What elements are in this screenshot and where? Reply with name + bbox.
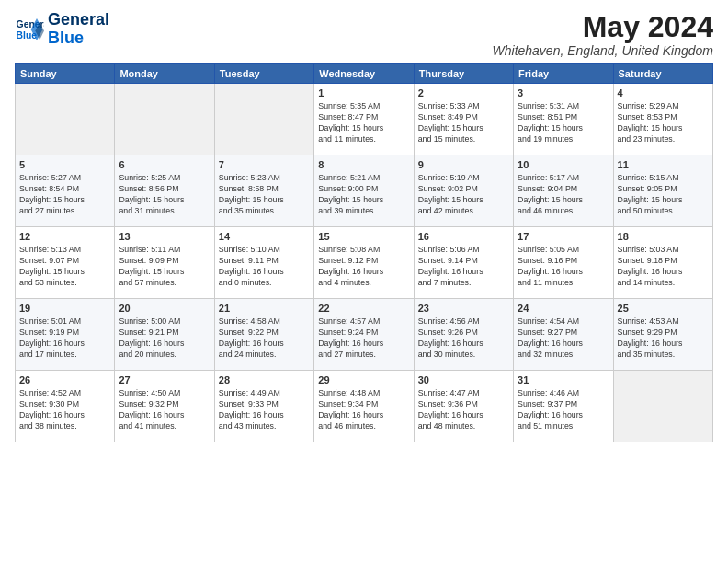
day-number: 20 bbox=[119, 302, 210, 316]
calendar-cell bbox=[115, 84, 214, 155]
day-number: 5 bbox=[19, 158, 110, 172]
day-number: 10 bbox=[518, 158, 609, 172]
day-number: 9 bbox=[418, 158, 509, 172]
day-number: 18 bbox=[618, 230, 709, 244]
day-info: Sunrise: 5:00 AM Sunset: 9:21 PM Dayligh… bbox=[119, 316, 210, 361]
day-number: 27 bbox=[119, 373, 210, 387]
calendar-cell: 14Sunrise: 5:10 AM Sunset: 9:11 PM Dayli… bbox=[214, 227, 313, 299]
col-header-monday: Monday bbox=[115, 64, 214, 84]
day-number: 17 bbox=[518, 230, 609, 244]
day-info: Sunrise: 4:52 AM Sunset: 9:30 PM Dayligh… bbox=[19, 388, 110, 432]
calendar-cell: 25Sunrise: 4:53 AM Sunset: 9:29 PM Dayli… bbox=[613, 299, 712, 371]
day-info: Sunrise: 5:17 AM Sunset: 9:04 PM Dayligh… bbox=[518, 173, 609, 217]
calendar-cell: 10Sunrise: 5:17 AM Sunset: 9:04 PM Dayli… bbox=[514, 155, 613, 227]
calendar-cell: 20Sunrise: 5:00 AM Sunset: 9:21 PM Dayli… bbox=[115, 299, 214, 371]
calendar-cell: 24Sunrise: 4:54 AM Sunset: 9:27 PM Dayli… bbox=[514, 299, 613, 371]
logo-icon: General Blue bbox=[15, 15, 44, 44]
day-number: 24 bbox=[518, 302, 609, 316]
calendar-cell: 27Sunrise: 4:50 AM Sunset: 9:32 PM Dayli… bbox=[115, 371, 214, 442]
page: General Blue General Blue May 2024 White… bbox=[0, 0, 728, 563]
day-number: 31 bbox=[518, 373, 609, 387]
day-info: Sunrise: 5:15 AM Sunset: 9:05 PM Dayligh… bbox=[618, 173, 709, 217]
calendar-cell: 13Sunrise: 5:11 AM Sunset: 9:09 PM Dayli… bbox=[115, 227, 214, 299]
calendar-header-row: SundayMondayTuesdayWednesdayThursdayFrid… bbox=[16, 64, 713, 84]
day-info: Sunrise: 5:03 AM Sunset: 9:18 PM Dayligh… bbox=[618, 245, 709, 289]
calendar-cell: 4Sunrise: 5:29 AM Sunset: 8:53 PM Daylig… bbox=[613, 84, 712, 155]
week-row-2: 5Sunrise: 5:27 AM Sunset: 8:54 PM Daylig… bbox=[16, 155, 713, 227]
day-number: 26 bbox=[19, 373, 110, 387]
calendar-cell: 7Sunrise: 5:23 AM Sunset: 8:58 PM Daylig… bbox=[214, 155, 313, 227]
day-info: Sunrise: 4:58 AM Sunset: 9:22 PM Dayligh… bbox=[219, 316, 310, 361]
day-info: Sunrise: 5:11 AM Sunset: 9:09 PM Dayligh… bbox=[119, 245, 210, 289]
calendar-cell: 1Sunrise: 5:35 AM Sunset: 8:47 PM Daylig… bbox=[314, 84, 414, 155]
day-info: Sunrise: 5:21 AM Sunset: 9:00 PM Dayligh… bbox=[318, 173, 409, 217]
calendar-cell: 18Sunrise: 5:03 AM Sunset: 9:18 PM Dayli… bbox=[613, 227, 712, 299]
day-info: Sunrise: 4:56 AM Sunset: 9:26 PM Dayligh… bbox=[418, 316, 509, 361]
day-info: Sunrise: 5:23 AM Sunset: 8:58 PM Dayligh… bbox=[219, 173, 310, 217]
day-number: 1 bbox=[318, 86, 409, 100]
week-row-5: 26Sunrise: 4:52 AM Sunset: 9:30 PM Dayli… bbox=[16, 371, 713, 442]
day-number: 25 bbox=[618, 302, 709, 316]
day-number: 12 bbox=[19, 230, 110, 244]
day-info: Sunrise: 4:54 AM Sunset: 9:27 PM Dayligh… bbox=[518, 316, 609, 361]
calendar-cell: 5Sunrise: 5:27 AM Sunset: 8:54 PM Daylig… bbox=[16, 155, 115, 227]
day-number: 6 bbox=[119, 158, 210, 172]
calendar-cell bbox=[214, 84, 313, 155]
day-number: 2 bbox=[418, 86, 509, 100]
day-number: 11 bbox=[618, 158, 709, 172]
day-info: Sunrise: 5:05 AM Sunset: 9:16 PM Dayligh… bbox=[518, 245, 609, 289]
day-number: 4 bbox=[618, 86, 709, 100]
day-info: Sunrise: 4:49 AM Sunset: 9:33 PM Dayligh… bbox=[219, 388, 310, 432]
calendar-cell: 28Sunrise: 4:49 AM Sunset: 9:33 PM Dayli… bbox=[214, 371, 313, 442]
calendar-cell: 21Sunrise: 4:58 AM Sunset: 9:22 PM Dayli… bbox=[214, 299, 313, 371]
day-info: Sunrise: 5:06 AM Sunset: 9:14 PM Dayligh… bbox=[418, 245, 509, 289]
logo-text: General Blue bbox=[48, 11, 109, 48]
calendar-cell: 3Sunrise: 5:31 AM Sunset: 8:51 PM Daylig… bbox=[514, 84, 613, 155]
calendar-cell: 8Sunrise: 5:21 AM Sunset: 9:00 PM Daylig… bbox=[314, 155, 414, 227]
calendar-cell bbox=[613, 371, 712, 442]
calendar-cell: 31Sunrise: 4:46 AM Sunset: 9:37 PM Dayli… bbox=[514, 371, 613, 442]
day-info: Sunrise: 5:31 AM Sunset: 8:51 PM Dayligh… bbox=[518, 101, 609, 145]
day-info: Sunrise: 5:10 AM Sunset: 9:11 PM Dayligh… bbox=[219, 245, 310, 289]
day-number: 15 bbox=[318, 230, 409, 244]
week-row-4: 19Sunrise: 5:01 AM Sunset: 9:19 PM Dayli… bbox=[16, 299, 713, 371]
calendar-cell: 30Sunrise: 4:47 AM Sunset: 9:36 PM Dayli… bbox=[414, 371, 513, 442]
logo: General Blue General Blue bbox=[15, 11, 109, 48]
title-block: May 2024 Whitehaven, England, United Kin… bbox=[493, 11, 713, 58]
day-number: 30 bbox=[418, 373, 509, 387]
col-header-thursday: Thursday bbox=[414, 64, 513, 84]
col-header-wednesday: Wednesday bbox=[314, 64, 414, 84]
calendar-cell bbox=[16, 84, 115, 155]
month-title: May 2024 bbox=[493, 11, 713, 43]
day-number: 22 bbox=[318, 302, 409, 316]
calendar-cell: 29Sunrise: 4:48 AM Sunset: 9:34 PM Dayli… bbox=[314, 371, 414, 442]
day-info: Sunrise: 5:25 AM Sunset: 8:56 PM Dayligh… bbox=[119, 173, 210, 217]
day-info: Sunrise: 5:33 AM Sunset: 8:49 PM Dayligh… bbox=[418, 101, 509, 145]
day-info: Sunrise: 5:08 AM Sunset: 9:12 PM Dayligh… bbox=[318, 245, 409, 289]
calendar-cell: 6Sunrise: 5:25 AM Sunset: 8:56 PM Daylig… bbox=[115, 155, 214, 227]
day-info: Sunrise: 4:46 AM Sunset: 9:37 PM Dayligh… bbox=[518, 388, 609, 432]
calendar-cell: 17Sunrise: 5:05 AM Sunset: 9:16 PM Dayli… bbox=[514, 227, 613, 299]
day-number: 16 bbox=[418, 230, 509, 244]
day-number: 29 bbox=[318, 373, 409, 387]
day-info: Sunrise: 4:47 AM Sunset: 9:36 PM Dayligh… bbox=[418, 388, 509, 432]
calendar-cell: 16Sunrise: 5:06 AM Sunset: 9:14 PM Dayli… bbox=[414, 227, 513, 299]
day-number: 3 bbox=[518, 86, 609, 100]
day-info: Sunrise: 5:01 AM Sunset: 9:19 PM Dayligh… bbox=[19, 316, 110, 361]
calendar-cell: 15Sunrise: 5:08 AM Sunset: 9:12 PM Dayli… bbox=[314, 227, 414, 299]
calendar-cell: 22Sunrise: 4:57 AM Sunset: 9:24 PM Dayli… bbox=[314, 299, 414, 371]
col-header-saturday: Saturday bbox=[613, 64, 712, 84]
calendar-cell: 12Sunrise: 5:13 AM Sunset: 9:07 PM Dayli… bbox=[16, 227, 115, 299]
day-number: 28 bbox=[219, 373, 310, 387]
calendar-cell: 2Sunrise: 5:33 AM Sunset: 8:49 PM Daylig… bbox=[414, 84, 513, 155]
calendar-cell: 9Sunrise: 5:19 AM Sunset: 9:02 PM Daylig… bbox=[414, 155, 513, 227]
day-info: Sunrise: 5:35 AM Sunset: 8:47 PM Dayligh… bbox=[318, 101, 409, 145]
calendar-cell: 23Sunrise: 4:56 AM Sunset: 9:26 PM Dayli… bbox=[414, 299, 513, 371]
day-number: 8 bbox=[318, 158, 409, 172]
day-info: Sunrise: 5:29 AM Sunset: 8:53 PM Dayligh… bbox=[618, 101, 709, 145]
col-header-tuesday: Tuesday bbox=[214, 64, 313, 84]
day-info: Sunrise: 4:57 AM Sunset: 9:24 PM Dayligh… bbox=[318, 316, 409, 361]
calendar-cell: 19Sunrise: 5:01 AM Sunset: 9:19 PM Dayli… bbox=[16, 299, 115, 371]
week-row-1: 1Sunrise: 5:35 AM Sunset: 8:47 PM Daylig… bbox=[16, 84, 713, 155]
calendar-cell: 26Sunrise: 4:52 AM Sunset: 9:30 PM Dayli… bbox=[16, 371, 115, 442]
